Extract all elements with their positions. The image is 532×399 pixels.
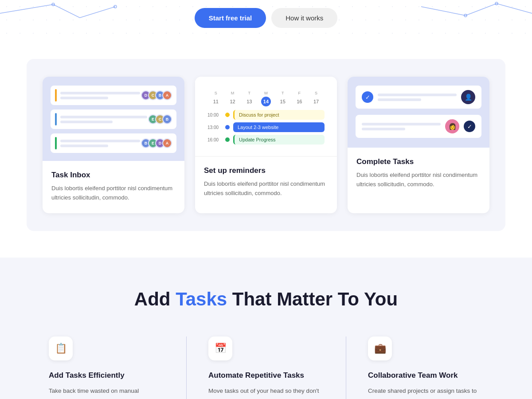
cal-day-m12: M 12 xyxy=(227,91,239,106)
task-row: A B C D xyxy=(51,86,176,105)
start-free-trial-button[interactable]: Start free trial xyxy=(195,8,266,28)
task-avatars: A B C D xyxy=(144,90,172,100)
features-row: 📋 Add Tasks Efficiently Take back time w… xyxy=(27,336,505,399)
cal-day-f16: F 16 xyxy=(293,91,305,106)
title-highlight: Tasks xyxy=(176,289,227,309)
title-plain1: Add xyxy=(134,289,176,309)
event-dot-blue xyxy=(225,125,230,129)
event-dot-green xyxy=(225,137,230,142)
calendar-preview: S 11 M 12 T 13 W 14 xyxy=(195,77,337,156)
feature-automate: 📅 Automate Repetitive Tasks Move tasks o… xyxy=(186,336,346,399)
check-lines xyxy=(378,94,457,101)
task-line xyxy=(60,97,108,99)
check-line xyxy=(362,123,441,125)
task-avatars: B C E xyxy=(151,114,172,124)
section-title: Add Tasks That Matter To You xyxy=(27,289,505,310)
feature-title: Automate Repetitive Tasks xyxy=(208,371,324,380)
cal-event-row: 16:00 Update Progress xyxy=(207,135,325,145)
feature-description: Create shared projects or assign tasks t… xyxy=(368,386,483,399)
feature-add-tasks: 📋 Add Tasks Efficiently Take back time w… xyxy=(27,336,186,399)
event-dot-yellow xyxy=(225,113,230,117)
task-line xyxy=(60,140,140,142)
bottom-section: Add Tasks That Matter To You 📋 Add Tasks… xyxy=(0,258,532,399)
event-update: Update Progress xyxy=(233,135,325,145)
complete-row: 👩 ✓ xyxy=(356,115,481,138)
cta-buttons: Start free trial How it works xyxy=(0,0,532,41)
task-inbox-preview: A B C D B C xyxy=(43,77,184,161)
person-avatar: 👤 xyxy=(461,90,475,104)
cal-day-t13: T 13 xyxy=(243,91,255,106)
card-title: Set up reminders xyxy=(204,166,328,175)
task-lines xyxy=(60,140,140,147)
cal-day-w14[interactable]: W 14 xyxy=(260,91,272,106)
feature-icon-wrap: 📅 xyxy=(208,336,232,360)
card-title: Complete Tasks xyxy=(356,157,481,166)
task-line xyxy=(60,145,108,147)
card-complete-tasks: ✓ 👤 👩 ✓ xyxy=(348,77,489,213)
cal-event-row: 10:00 Discuss for project xyxy=(207,110,325,120)
task-line xyxy=(60,116,147,118)
card-body: Set up reminders Duis lobortis eleifend … xyxy=(195,156,337,209)
card-title: Task Inbox xyxy=(51,171,176,180)
avatar: A xyxy=(162,138,172,148)
task-line xyxy=(60,121,113,123)
cal-day-s11: S 11 xyxy=(210,91,222,106)
task-bar-blue xyxy=(55,113,57,125)
automate-icon: 📅 xyxy=(215,343,227,354)
task-bar-green xyxy=(55,137,57,149)
feature-title: Add Tasks Efficiently xyxy=(49,371,164,380)
how-it-works-button[interactable]: How it works xyxy=(271,8,337,28)
task-bar-orange xyxy=(55,89,57,102)
complete-row: ✓ 👤 xyxy=(356,86,481,109)
task-row: A D E B xyxy=(51,133,176,153)
task-row: B C E xyxy=(51,110,176,129)
check-line xyxy=(362,128,405,130)
avatar: A xyxy=(162,90,172,100)
feature-collaborate: 💼 Collaborative Team Work Create shared … xyxy=(346,336,505,399)
task-lines xyxy=(60,116,147,123)
check-circle: ✓ xyxy=(362,91,373,103)
title-plain2: That Matter To You xyxy=(227,289,398,309)
calendar-header: S 11 M 12 T 13 W 14 xyxy=(207,91,325,106)
person-avatar: 👩 xyxy=(445,119,459,133)
card-body: Complete Tasks Duis lobortis eleifend po… xyxy=(348,148,489,200)
cal-day-s17: S 17 xyxy=(310,91,322,106)
cards-section: A B C D B C xyxy=(0,59,532,258)
complete-tasks-preview: ✓ 👤 👩 ✓ xyxy=(348,77,489,148)
task-lines xyxy=(60,92,140,99)
check-line xyxy=(378,94,457,96)
card-reminders: S 11 M 12 T 13 W 14 xyxy=(195,77,337,213)
feature-description: Take back time wasted on manual processe… xyxy=(49,386,164,399)
card-task-inbox: A B C D B C xyxy=(43,77,184,213)
event-discuss: Discuss for project xyxy=(233,110,325,120)
task-avatars: A D E B xyxy=(144,138,172,148)
calendar-events: 10:00 Discuss for project 13:00 Layout 2… xyxy=(207,110,325,145)
check-lines xyxy=(362,123,441,130)
avatar: B xyxy=(162,114,172,124)
feature-icon-wrap: 📋 xyxy=(49,336,73,360)
feature-title: Collaborative Team Work xyxy=(368,371,483,380)
task-line xyxy=(60,92,140,94)
event-layout: Layout 2-3 website xyxy=(233,122,325,132)
check-line xyxy=(378,98,421,101)
add-tasks-icon: 📋 xyxy=(55,343,67,354)
feature-description: Move tasks out of your head so they don'… xyxy=(208,386,324,399)
card-description: Duis lobortis eleifend porttitor nisl co… xyxy=(356,171,481,189)
collaborate-icon: 💼 xyxy=(374,343,386,354)
check-circle-dark: ✓ xyxy=(464,121,475,132)
feature-icon-wrap: 💼 xyxy=(368,336,392,360)
card-body: Task Inbox Duis lobortis eleifend portti… xyxy=(43,161,184,213)
card-description: Duis lobortis eleifend porttitor nisl co… xyxy=(204,180,328,198)
cards-wrapper: A B C D B C xyxy=(27,59,505,231)
card-description: Duis lobortis eleifend porttitor nisl co… xyxy=(51,184,176,203)
top-section: Start free trial How it works xyxy=(0,0,532,59)
cal-event-row: 13:00 Layout 2-3 website xyxy=(207,122,325,132)
cal-day-t15: T 15 xyxy=(277,91,289,106)
